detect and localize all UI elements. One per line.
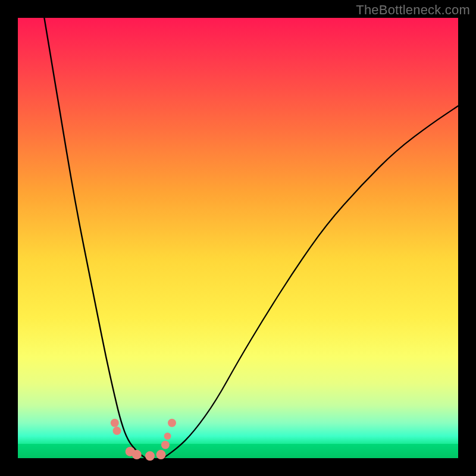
data-points: [111, 419, 176, 461]
data-point: [113, 427, 121, 435]
data-point: [161, 441, 170, 449]
left-curve: [44, 18, 145, 458]
data-point: [156, 450, 166, 459]
chart-frame: TheBottleneck.com: [0, 0, 476, 476]
chart-svg: [18, 18, 458, 458]
data-point: [132, 450, 142, 459]
plot-area: [18, 18, 458, 458]
right-curve: [163, 106, 458, 458]
data-point: [145, 451, 155, 461]
data-point: [111, 419, 119, 427]
data-point: [164, 433, 171, 440]
data-point: [168, 419, 176, 427]
watermark-text: TheBottleneck.com: [356, 2, 470, 18]
